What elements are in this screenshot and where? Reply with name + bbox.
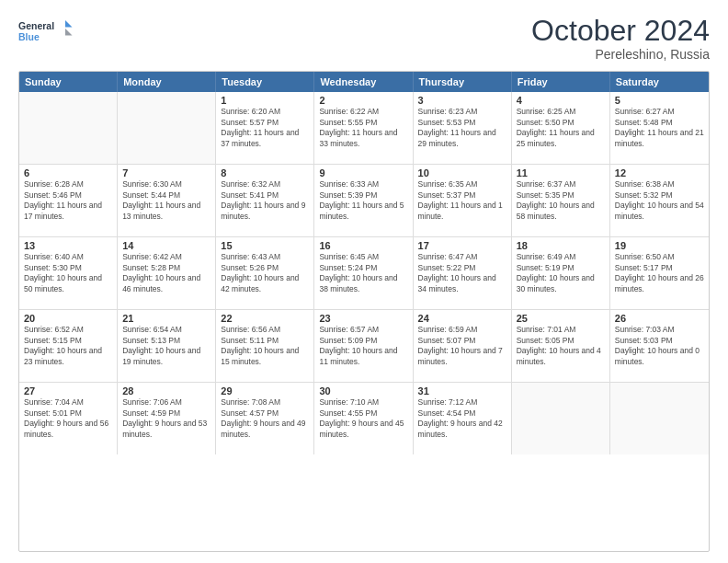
day-cell-empty [512,383,610,454]
day-number: 21 [122,313,210,324]
day-info: Sunrise: 6:37 AMSunset: 5:35 PMDaylight:… [517,179,605,222]
day-info: Sunrise: 7:06 AMSunset: 4:59 PMDaylight:… [122,397,210,440]
day-number: 16 [319,240,407,251]
svg-text:General: General [18,20,54,31]
day-info: Sunrise: 6:27 AMSunset: 5:48 PMDaylight:… [615,107,704,149]
day-info: Sunrise: 6:49 AMSunset: 5:19 PMDaylight:… [517,252,605,294]
day-cell-12: 12 Sunrise: 6:38 AMSunset: 5:32 PMDaylig… [610,165,709,236]
header-day-tuesday: Tuesday [216,72,314,92]
header-day-saturday: Saturday [610,72,709,92]
day-cell-4: 4 Sunrise: 6:25 AMSunset: 5:50 PMDayligh… [512,92,610,164]
day-cell-16: 16 Sunrise: 6:45 AMSunset: 5:24 PMDaylig… [314,237,413,309]
day-cell-18: 18 Sunrise: 6:49 AMSunset: 5:19 PMDaylig… [512,237,610,309]
day-number: 25 [517,313,605,324]
week-row-5: 27 Sunrise: 7:04 AMSunset: 5:01 PMDaylig… [19,383,709,454]
day-cell-31: 31 Sunrise: 7:12 AMSunset: 4:54 PMDaylig… [414,383,512,454]
day-number: 10 [418,167,506,178]
day-info: Sunrise: 7:03 AMSunset: 5:03 PMDaylight:… [615,325,704,367]
day-cell-9: 9 Sunrise: 6:33 AMSunset: 5:39 PMDayligh… [314,165,413,236]
day-number: 18 [517,240,605,251]
day-info: Sunrise: 6:40 AMSunset: 5:30 PMDaylight:… [24,252,112,294]
day-info: Sunrise: 6:22 AMSunset: 5:55 PMDaylight:… [319,107,407,149]
header: General Blue October 2024 Pereleshino, R… [18,15,710,62]
location: Pereleshino, Russia [531,47,710,62]
day-cell-29: 29 Sunrise: 7:08 AMSunset: 4:57 PMDaylig… [216,383,314,454]
day-cell-27: 27 Sunrise: 7:04 AMSunset: 5:01 PMDaylig… [19,383,118,454]
day-info: Sunrise: 6:47 AMSunset: 5:22 PMDaylight:… [418,252,506,294]
header-day-sunday: Sunday [19,72,118,92]
day-number: 2 [319,95,407,106]
svg-marker-2 [65,20,73,28]
logo: General Blue [18,15,74,48]
day-info: Sunrise: 6:33 AMSunset: 5:39 PMDaylight:… [319,179,407,222]
day-cell-21: 21 Sunrise: 6:54 AMSunset: 5:13 PMDaylig… [118,310,216,382]
day-cell-11: 11 Sunrise: 6:37 AMSunset: 5:35 PMDaylig… [512,165,610,236]
day-number: 11 [517,167,605,178]
day-info: Sunrise: 7:10 AMSunset: 4:55 PMDaylight:… [319,397,407,440]
day-number: 1 [221,95,309,106]
day-cell-20: 20 Sunrise: 6:52 AMSunset: 5:15 PMDaylig… [19,310,118,382]
header-day-friday: Friday [512,72,610,92]
day-info: Sunrise: 6:45 AMSunset: 5:24 PMDaylight:… [319,252,407,294]
day-cell-26: 26 Sunrise: 7:03 AMSunset: 5:03 PMDaylig… [610,310,709,382]
day-number: 4 [517,95,605,106]
day-info: Sunrise: 6:25 AMSunset: 5:50 PMDaylight:… [517,107,605,149]
day-info: Sunrise: 6:35 AMSunset: 5:37 PMDaylight:… [418,179,506,222]
calendar: SundayMondayTuesdayWednesdayThursdayFrid… [18,71,710,552]
month-title: October 2024 [531,15,710,47]
day-number: 29 [221,385,309,396]
day-number: 5 [615,95,704,106]
day-cell-28: 28 Sunrise: 7:06 AMSunset: 4:59 PMDaylig… [118,383,216,454]
week-row-3: 13 Sunrise: 6:40 AMSunset: 5:30 PMDaylig… [19,237,709,310]
day-cell-30: 30 Sunrise: 7:10 AMSunset: 4:55 PMDaylig… [314,383,413,454]
week-row-1: 1 Sunrise: 6:20 AMSunset: 5:57 PMDayligh… [19,92,709,165]
day-info: Sunrise: 7:04 AMSunset: 5:01 PMDaylight:… [24,397,112,440]
day-info: Sunrise: 6:28 AMSunset: 5:46 PMDaylight:… [24,179,112,222]
day-cell-24: 24 Sunrise: 6:59 AMSunset: 5:07 PMDaylig… [414,310,512,382]
header-day-monday: Monday [118,72,216,92]
day-info: Sunrise: 6:59 AMSunset: 5:07 PMDaylight:… [418,325,506,367]
day-cell-22: 22 Sunrise: 6:56 AMSunset: 5:11 PMDaylig… [216,310,314,382]
header-day-wednesday: Wednesday [314,72,413,92]
day-number: 27 [24,385,112,396]
day-cell-6: 6 Sunrise: 6:28 AMSunset: 5:46 PMDayligh… [19,165,118,236]
day-number: 7 [122,167,210,178]
day-info: Sunrise: 6:30 AMSunset: 5:44 PMDaylight:… [122,179,210,222]
header-day-thursday: Thursday [414,72,512,92]
day-cell-13: 13 Sunrise: 6:40 AMSunset: 5:30 PMDaylig… [19,237,118,309]
calendar-header: SundayMondayTuesdayWednesdayThursdayFrid… [19,72,709,92]
day-number: 13 [24,240,112,251]
day-cell-7: 7 Sunrise: 6:30 AMSunset: 5:44 PMDayligh… [118,165,216,236]
day-info: Sunrise: 6:54 AMSunset: 5:13 PMDaylight:… [122,325,210,367]
day-cell-10: 10 Sunrise: 6:35 AMSunset: 5:37 PMDaylig… [414,165,512,236]
day-cell-2: 2 Sunrise: 6:22 AMSunset: 5:55 PMDayligh… [314,92,413,164]
day-cell-15: 15 Sunrise: 6:43 AMSunset: 5:26 PMDaylig… [216,237,314,309]
day-number: 8 [221,167,309,178]
day-number: 24 [418,313,506,324]
day-number: 17 [418,240,506,251]
day-info: Sunrise: 6:50 AMSunset: 5:17 PMDaylight:… [615,252,704,294]
day-info: Sunrise: 6:43 AMSunset: 5:26 PMDaylight:… [221,252,309,294]
calendar-body: 1 Sunrise: 6:20 AMSunset: 5:57 PMDayligh… [19,92,709,454]
day-info: Sunrise: 7:12 AMSunset: 4:54 PMDaylight:… [418,397,506,440]
day-cell-empty [19,92,118,164]
day-cell-5: 5 Sunrise: 6:27 AMSunset: 5:48 PMDayligh… [610,92,709,164]
logo-graphic: General Blue [18,15,74,48]
day-number: 14 [122,240,210,251]
day-cell-empty [610,383,709,454]
day-info: Sunrise: 6:32 AMSunset: 5:41 PMDaylight:… [221,179,309,222]
day-number: 26 [615,313,704,324]
day-number: 22 [221,313,309,324]
day-cell-1: 1 Sunrise: 6:20 AMSunset: 5:57 PMDayligh… [216,92,314,164]
day-number: 28 [122,385,210,396]
day-info: Sunrise: 6:20 AMSunset: 5:57 PMDaylight:… [221,107,309,149]
day-info: Sunrise: 7:01 AMSunset: 5:05 PMDaylight:… [517,325,605,367]
page: General Blue October 2024 Pereleshino, R… [0,0,728,563]
day-cell-3: 3 Sunrise: 6:23 AMSunset: 5:53 PMDayligh… [414,92,512,164]
day-info: Sunrise: 6:56 AMSunset: 5:11 PMDaylight:… [221,325,309,367]
day-info: Sunrise: 6:57 AMSunset: 5:09 PMDaylight:… [319,325,407,367]
day-cell-empty [118,92,216,164]
day-number: 15 [221,240,309,251]
title-block: October 2024 Pereleshino, Russia [531,15,710,62]
svg-marker-3 [65,29,73,36]
